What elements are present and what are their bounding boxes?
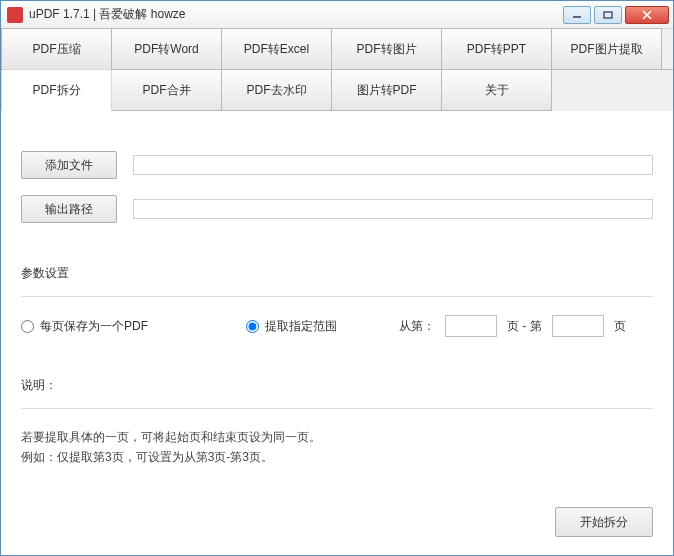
tab-label: PDF转图片 [357, 41, 417, 58]
description-line-2: 例如：仅提取第3页，可设置为从第3页-第3页。 [21, 447, 653, 467]
tab-about[interactable]: 关于 [441, 69, 552, 111]
app-icon [7, 7, 23, 23]
tab-pdf-split[interactable]: PDF拆分 [1, 69, 112, 111]
tab-label: 关于 [485, 82, 509, 99]
app-window: uPDF 1.7.1 | 吾爱破解 howze PDF压缩 PDF转Word P… [0, 0, 674, 556]
tab-image-to-pdf[interactable]: 图片转PDF [331, 69, 442, 111]
tab-pdf-to-image[interactable]: PDF转图片 [331, 28, 442, 70]
add-file-row: 添加文件 [21, 111, 653, 179]
tab-label: PDF拆分 [33, 82, 81, 99]
svg-rect-1 [604, 12, 612, 18]
range-from-label: 从第： [399, 318, 435, 335]
tab-label: PDF合并 [143, 82, 191, 99]
tab-label: PDF图片提取 [571, 41, 643, 58]
divider [21, 296, 653, 297]
output-path-field[interactable] [133, 199, 653, 219]
tab-pdf-merge[interactable]: PDF合并 [111, 69, 222, 111]
tab-label: PDF压缩 [33, 41, 81, 58]
tab-pdf-remove-watermark[interactable]: PDF去水印 [221, 69, 332, 111]
tab-filler [552, 69, 673, 111]
maximize-icon [603, 11, 613, 19]
tab-pdf-compress[interactable]: PDF压缩 [1, 28, 112, 70]
range-sep-label: 页 - 第 [507, 318, 542, 335]
close-button[interactable] [625, 6, 669, 24]
add-file-field[interactable] [133, 155, 653, 175]
range-to-input[interactable] [552, 315, 604, 337]
description-text: 若要提取具体的一页，可将起始页和结束页设为同一页。 例如：仅提取第3页，可设置为… [21, 427, 653, 468]
radio-each-page-input[interactable] [21, 320, 34, 333]
tab-label: PDF转Word [134, 41, 198, 58]
tab-label: PDF去水印 [247, 82, 307, 99]
radio-each-page-label: 每页保存为一个PDF [40, 318, 148, 335]
description-title: 说明： [21, 377, 653, 394]
tab-pdf-to-word[interactable]: PDF转Word [111, 28, 222, 70]
range-from-input[interactable] [445, 315, 497, 337]
titlebar: uPDF 1.7.1 | 吾爱破解 howze [1, 1, 673, 29]
radio-range-input[interactable] [246, 320, 259, 333]
radio-each-page[interactable]: 每页保存为一个PDF [21, 318, 148, 335]
range-suffix-label: 页 [614, 318, 626, 335]
window-controls [563, 6, 669, 24]
params-section-title: 参数设置 [21, 265, 653, 282]
content-area: 添加文件 输出路径 参数设置 每页保存为一个PDF 提取指定范围 从第： 页 -… [1, 111, 673, 555]
tab-pdf-to-ppt[interactable]: PDF转PPT [441, 28, 552, 70]
window-title: uPDF 1.7.1 | 吾爱破解 howze [29, 6, 563, 23]
tab-pdf-extract-images[interactable]: PDF图片提取 [551, 28, 662, 70]
tab-pdf-to-excel[interactable]: PDF转Excel [221, 28, 332, 70]
divider [21, 408, 653, 409]
add-file-button[interactable]: 添加文件 [21, 151, 117, 179]
start-split-button[interactable]: 开始拆分 [555, 507, 653, 537]
tab-strip: PDF压缩 PDF转Word PDF转Excel PDF转图片 PDF转PPT … [1, 29, 673, 111]
tab-label: 图片转PDF [357, 82, 417, 99]
description-block: 说明： 若要提取具体的一页，可将起始页和结束页设为同一页。 例如：仅提取第3页，… [21, 377, 653, 468]
tab-label: PDF转PPT [467, 41, 526, 58]
range-controls: 从第： 页 - 第 页 [399, 315, 626, 337]
split-mode-row: 每页保存为一个PDF 提取指定范围 从第： 页 - 第 页 [21, 315, 653, 337]
radio-range-label: 提取指定范围 [265, 318, 337, 335]
close-icon [641, 10, 653, 20]
minimize-icon [572, 11, 582, 19]
tab-label: PDF转Excel [244, 41, 309, 58]
output-path-row: 输出路径 [21, 179, 653, 223]
maximize-button[interactable] [594, 6, 622, 24]
minimize-button[interactable] [563, 6, 591, 24]
output-path-button[interactable]: 输出路径 [21, 195, 117, 223]
description-line-1: 若要提取具体的一页，可将起始页和结束页设为同一页。 [21, 427, 653, 447]
radio-range[interactable]: 提取指定范围 [246, 318, 337, 335]
